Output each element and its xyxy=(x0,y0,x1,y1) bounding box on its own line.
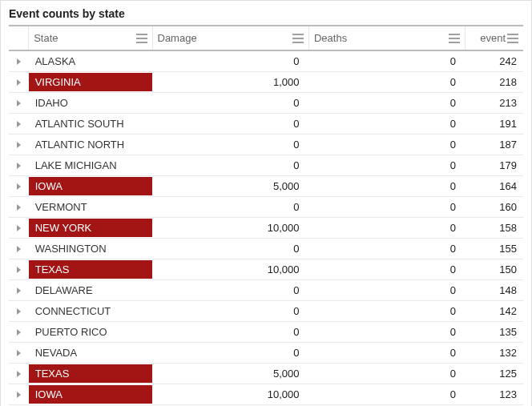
cell-deaths: 0 xyxy=(308,259,465,279)
cell-state: NEW YORK xyxy=(29,217,152,238)
table-container: State Damage Deaths event xyxy=(1,25,531,406)
cell-deaths: 0 xyxy=(308,92,465,113)
expand-toggle[interactable] xyxy=(9,300,29,321)
state-label: TEXAS xyxy=(29,260,152,279)
cell-event: 155 xyxy=(466,238,523,259)
table-row[interactable]: VERMONT00160 xyxy=(9,196,523,217)
table-row[interactable]: CONNECTICUT00142 xyxy=(9,300,523,321)
chevron-right-icon xyxy=(17,225,21,231)
cell-deaths: 0 xyxy=(308,279,465,300)
table-row[interactable]: IOWA10,0000123 xyxy=(9,384,523,404)
data-table: State Damage Deaths event xyxy=(9,25,523,405)
expand-toggle[interactable] xyxy=(9,196,29,217)
chevron-right-icon xyxy=(17,79,21,86)
expand-toggle[interactable] xyxy=(9,363,29,384)
cell-state: IOWA xyxy=(29,384,152,404)
expand-toggle[interactable] xyxy=(9,155,29,175)
event-counts-panel: Event counts by state State Damage xyxy=(0,0,532,406)
col-header-event-label: event xyxy=(480,32,506,44)
cell-state: NEVADA xyxy=(29,342,152,363)
expand-toggle[interactable] xyxy=(9,238,29,259)
col-header-deaths[interactable]: Deaths xyxy=(308,26,465,50)
state-label: NEVADA xyxy=(29,344,152,362)
cell-damage: 5,000 xyxy=(152,363,308,384)
chevron-right-icon xyxy=(17,100,21,107)
cell-damage: 10,000 xyxy=(152,384,308,404)
table-row[interactable]: IDAHO00213 xyxy=(9,92,523,113)
cell-damage: 0 xyxy=(152,92,308,113)
col-header-event[interactable]: event xyxy=(466,26,523,50)
expand-toggle[interactable] xyxy=(9,50,29,71)
state-label: VIRGINIA xyxy=(29,73,152,91)
expand-toggle[interactable] xyxy=(9,134,29,155)
column-menu-icon[interactable] xyxy=(136,34,147,43)
expand-toggle[interactable] xyxy=(9,175,29,196)
cell-state: CONNECTICUT xyxy=(29,300,152,321)
expand-toggle[interactable] xyxy=(9,92,29,113)
state-label: LAKE MICHIGAN xyxy=(29,156,152,175)
cell-damage: 0 xyxy=(152,321,308,342)
cell-state: WASHINGTON xyxy=(29,238,152,259)
cell-damage: 0 xyxy=(152,50,308,71)
expand-toggle[interactable] xyxy=(9,113,29,134)
table-row[interactable]: TEXAS5,0000125 xyxy=(9,363,523,384)
cell-state: ATLANTIC NORTH xyxy=(29,134,152,155)
table-row[interactable]: DELAWARE00148 xyxy=(9,279,523,300)
cell-state: VERMONT xyxy=(29,196,152,217)
cell-deaths: 0 xyxy=(308,238,465,259)
table-row[interactable]: LAKE MICHIGAN00179 xyxy=(9,155,523,175)
state-label: IOWA xyxy=(29,177,152,195)
cell-damage: 1,000 xyxy=(152,71,308,92)
chevron-right-icon xyxy=(17,183,21,190)
col-header-state[interactable]: State xyxy=(29,26,152,50)
table-row[interactable]: NEW YORK10,0000158 xyxy=(9,217,523,238)
column-menu-icon[interactable] xyxy=(292,34,304,43)
cell-state: PUERTO RICO xyxy=(29,321,152,342)
cell-event: 164 xyxy=(466,175,523,196)
state-label: PUERTO RICO xyxy=(29,323,152,341)
cell-deaths: 0 xyxy=(308,342,465,363)
expand-toggle[interactable] xyxy=(9,321,29,342)
state-label: IDAHO xyxy=(29,94,152,112)
cell-event: 135 xyxy=(466,321,523,342)
table-row[interactable]: WASHINGTON00155 xyxy=(9,238,523,259)
cell-deaths: 0 xyxy=(308,363,465,384)
cell-state: ATLANTIC SOUTH xyxy=(29,113,152,134)
cell-event: 213 xyxy=(466,92,523,113)
cell-damage: 5,000 xyxy=(152,175,308,196)
expand-toggle[interactable] xyxy=(9,259,29,279)
column-menu-icon[interactable] xyxy=(449,34,460,43)
col-header-deaths-label: Deaths xyxy=(314,32,347,44)
expand-toggle[interactable] xyxy=(9,384,29,404)
table-row[interactable]: ALASKA00242 xyxy=(9,50,523,71)
table-row[interactable]: PUERTO RICO00135 xyxy=(9,321,523,342)
table-row[interactable]: TEXAS10,0000150 xyxy=(9,259,523,279)
table-row[interactable]: ATLANTIC SOUTH00191 xyxy=(9,113,523,134)
expand-toggle[interactable] xyxy=(9,342,29,363)
table-row[interactable]: ATLANTIC NORTH00187 xyxy=(9,134,523,155)
cell-state: VIRGINIA xyxy=(29,71,152,92)
cell-event: 142 xyxy=(466,300,523,321)
state-label: DELAWARE xyxy=(29,281,152,299)
cell-damage: 0 xyxy=(152,300,308,321)
chevron-right-icon xyxy=(17,329,21,336)
cell-deaths: 0 xyxy=(308,300,465,321)
cell-event: 179 xyxy=(466,155,523,175)
chevron-right-icon xyxy=(17,267,21,273)
chevron-right-icon xyxy=(17,121,21,127)
chevron-right-icon xyxy=(17,204,21,211)
cell-deaths: 0 xyxy=(308,155,465,175)
chevron-right-icon xyxy=(17,350,21,356)
table-row[interactable]: NEVADA00132 xyxy=(9,342,523,363)
col-header-state-label: State xyxy=(34,32,58,44)
column-menu-icon[interactable] xyxy=(507,34,518,43)
table-row[interactable]: IOWA5,0000164 xyxy=(9,175,523,196)
expand-toggle[interactable] xyxy=(9,279,29,300)
cell-deaths: 0 xyxy=(308,175,465,196)
table-row[interactable]: VIRGINIA1,0000218 xyxy=(9,71,523,92)
expand-toggle[interactable] xyxy=(9,217,29,238)
chevron-right-icon xyxy=(17,287,21,294)
expand-toggle[interactable] xyxy=(9,71,29,92)
col-header-damage[interactable]: Damage xyxy=(152,26,308,50)
state-label: CONNECTICUT xyxy=(29,302,152,320)
